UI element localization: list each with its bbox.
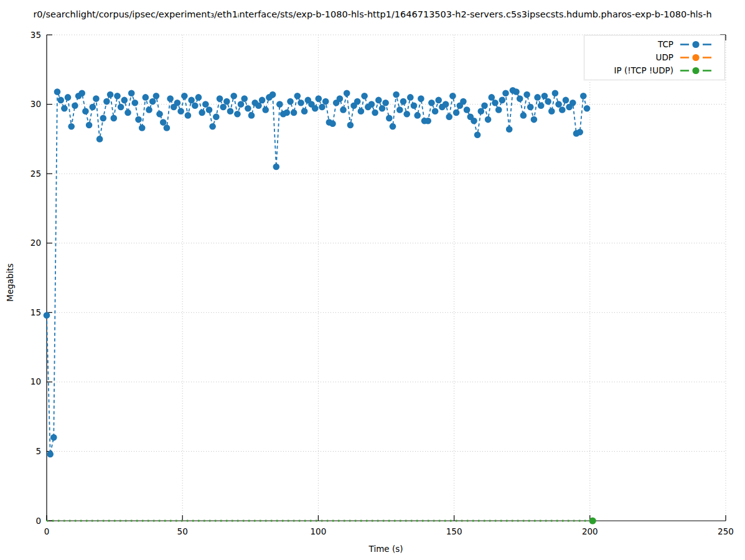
data-point-tcp <box>248 112 255 119</box>
data-point-tcp <box>520 112 527 119</box>
data-point-tcp <box>177 108 184 114</box>
data-point-tcp <box>143 94 149 101</box>
data-point-tcp <box>139 124 146 131</box>
data-point-tcp <box>361 93 368 100</box>
data-point-tcp <box>411 103 418 110</box>
data-point-tcp <box>128 90 135 96</box>
data-point-tcp <box>485 116 492 123</box>
data-point-tcp <box>167 95 174 102</box>
data-point-tcp <box>294 93 301 100</box>
data-point-tcp <box>407 94 414 101</box>
data-point-tcp <box>372 110 378 116</box>
data-point-tcp <box>199 110 205 116</box>
data-point-tcp <box>390 123 396 130</box>
data-point-tcp <box>393 91 400 98</box>
data-point-tcp <box>57 97 64 104</box>
data-point-tcp <box>96 136 103 142</box>
data-point-tcp <box>358 108 365 114</box>
data-point-tcp <box>344 90 350 96</box>
y-axis-title: Megabits <box>5 251 15 314</box>
data-point-tcp <box>523 91 530 98</box>
data-point-tcp <box>316 95 322 102</box>
data-point-tcp <box>44 312 50 319</box>
data-point-tcp <box>50 434 57 441</box>
data-point-tcp <box>424 118 431 124</box>
data-point-tcp <box>414 112 421 119</box>
data-point-tcp <box>481 103 488 110</box>
data-point-tcp <box>580 93 587 100</box>
y-tick-label-15: 15 <box>30 307 41 317</box>
data-point-tcp <box>368 101 375 108</box>
data-point-tcp <box>195 94 202 101</box>
data-point-tcp <box>156 111 163 118</box>
data-point-tcp <box>403 111 410 118</box>
data-point-tcp <box>453 110 460 116</box>
data-point-tcp <box>209 123 216 130</box>
data-point-tcp <box>559 106 566 113</box>
data-point-tcp <box>185 112 192 119</box>
data-point-tcp <box>192 103 199 110</box>
y-tick-label-0: 0 <box>35 516 41 526</box>
y-tick-label-5: 5 <box>35 446 41 456</box>
data-point-tcp <box>435 97 442 104</box>
data-point-tcp <box>471 118 477 124</box>
legend-sample-tcp-icon <box>680 40 712 49</box>
legend-label-ip: IP (!TCP !UDP) <box>614 67 673 75</box>
data-point-tcp <box>90 104 96 111</box>
data-point-tcp <box>382 100 389 106</box>
data-point-tcp <box>86 122 93 129</box>
data-point-tcp <box>432 108 439 114</box>
data-point-tcp <box>153 93 160 100</box>
x-tick-label-250: 250 <box>718 526 734 536</box>
data-point-tcp <box>347 122 354 129</box>
data-point-tcp <box>276 101 283 108</box>
data-point-tcp <box>47 451 54 458</box>
chart-page: r0/searchlight/corpus/ipsec/experiment₃/… <box>0 0 745 560</box>
legend: TCP UDP IP (!TCP !UDP) <box>584 35 725 80</box>
data-point-tcp <box>531 116 538 123</box>
data-point-tcp <box>555 101 562 108</box>
data-point-tcp <box>329 121 336 128</box>
data-point-tcp <box>241 95 248 102</box>
legend-sample-ip-icon <box>680 67 712 75</box>
data-point-tcp <box>548 108 555 114</box>
data-point-tcp <box>259 97 266 104</box>
data-point-tcp <box>124 110 131 116</box>
data-point-tcp <box>569 100 576 106</box>
data-point-tcp <box>217 95 223 102</box>
data-point-tcp <box>400 98 407 105</box>
y-tick-label-25: 25 <box>30 169 41 179</box>
data-point-tcp <box>418 95 424 102</box>
data-point-tcp <box>379 105 386 112</box>
data-point-tcp <box>449 93 456 100</box>
plot-canvas: 05101520253035050100150200250 <box>0 0 745 560</box>
data-point-tcp <box>61 105 68 112</box>
data-point-tcp <box>65 94 72 101</box>
data-point-tcp <box>584 105 591 112</box>
data-point-tcp <box>337 95 344 102</box>
y-tick-label-30: 30 <box>30 99 41 109</box>
legend-item-udp: UDP <box>656 54 712 62</box>
data-point-tcp <box>354 98 361 105</box>
data-point-tcp <box>262 106 269 113</box>
data-point-tcp <box>446 113 452 120</box>
data-point-tcp <box>160 119 167 126</box>
data-point-tcp <box>188 97 195 104</box>
data-point-tcp <box>135 116 142 123</box>
x-tick-label-50: 50 <box>177 526 188 536</box>
data-point-tcp <box>506 126 513 133</box>
legend-item-ip: IP (!TCP !UDP) <box>614 67 712 75</box>
x-tick-label-100: 100 <box>311 526 327 536</box>
data-point-tcp <box>489 94 495 101</box>
data-point-tcp <box>146 106 152 113</box>
data-point-tcp <box>78 90 85 96</box>
data-point-tcp <box>174 100 181 106</box>
data-point-tcp <box>375 97 382 104</box>
data-point-tcp <box>181 93 188 100</box>
data-point-tcp <box>492 100 499 106</box>
data-point-tcp <box>552 90 559 96</box>
legend-item-tcp: TCP <box>658 40 712 49</box>
data-point-tcp <box>517 95 523 102</box>
data-point-tcp <box>234 111 241 118</box>
data-point-tcp <box>206 106 213 113</box>
